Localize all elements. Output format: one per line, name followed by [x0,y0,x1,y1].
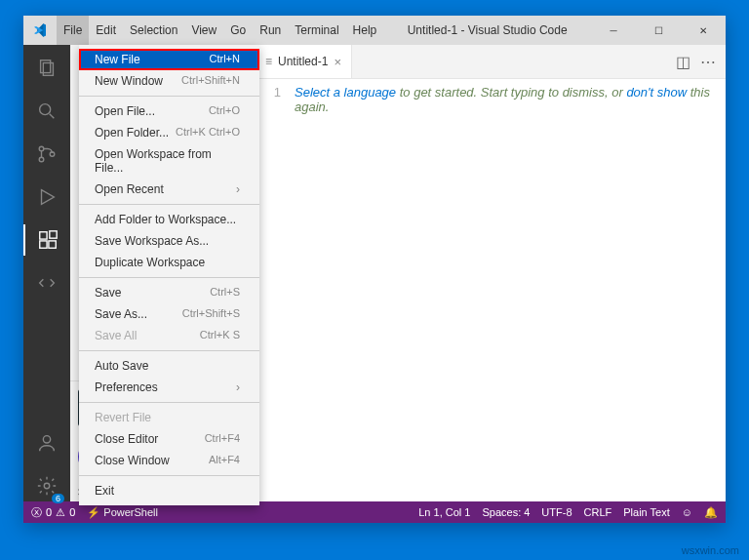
titlebar: FileEditSelectionViewGoRunTerminalHelp U… [23,16,726,45]
file-icon: ≡ [265,55,272,68]
svg-point-11 [44,483,50,489]
menu-item-open-folder[interactable]: Open Folder...Ctrl+K Ctrl+O [79,122,259,143]
split-editor-icon[interactable]: ◫ [676,53,690,71]
language-status[interactable]: Plain Text [623,506,670,519]
menu-selection[interactable]: Selection [123,16,184,45]
menu-item-open-file[interactable]: Open File...Ctrl+O [79,100,259,122]
svg-point-2 [40,104,51,115]
remote-icon[interactable] [23,267,70,299]
menu-item-save[interactable]: SaveCtrl+S [79,282,259,303]
menu-run[interactable]: Run [253,16,288,45]
menu-help[interactable]: Help [346,16,384,45]
menu-item-exit[interactable]: Exit [79,480,259,501]
svg-point-3 [39,146,44,151]
file-menu-dropdown: New FileCtrl+NNew WindowCtrl+Shift+NOpen… [79,45,259,505]
editor-link[interactable]: don't show [626,85,687,100]
editor-group: ≡ Untitled-1 × ◫ ⋯ 1 Select a language t… [256,45,726,501]
eol-status[interactable]: CRLF [584,506,612,519]
menu-item-close-window[interactable]: Close WindowAlt+F4 [79,450,259,471]
source-control-icon[interactable] [23,139,70,170]
vscode-logo-icon [23,22,57,38]
menu-edit[interactable]: Edit [89,16,123,45]
tabs-bar: ≡ Untitled-1 × ◫ ⋯ [256,45,726,79]
svg-rect-8 [49,241,56,248]
menu-item-revert-file: Revert File [79,407,259,428]
editor-link[interactable]: Select a language [295,85,396,100]
menu-item-new-file[interactable]: New FileCtrl+N [79,49,259,70]
menu-item-new-window[interactable]: New WindowCtrl+Shift+N [79,70,259,92]
indentation-status[interactable]: Spaces: 4 [482,506,530,519]
encoding-status[interactable]: UTF-8 [541,506,572,519]
menu-file[interactable]: File [57,16,89,45]
watermark: wsxwin.com [682,544,739,556]
editor[interactable]: 1 Select a language to get started. Star… [256,79,726,501]
svg-rect-6 [40,232,47,239]
problems-status[interactable]: ⓧ 0 ⚠ 0 [31,505,75,520]
line-number: 1 [274,85,281,100]
svg-rect-7 [40,241,47,248]
search-icon[interactable] [23,96,70,127]
svg-rect-9 [50,231,57,238]
extensions-icon[interactable] [23,224,70,256]
menu-item-preferences[interactable]: Preferences [79,377,259,398]
tab-label: Untitled-1 [278,55,328,68]
feedback-icon[interactable]: ☺ [682,506,692,519]
close-button[interactable]: ✕ [681,16,726,45]
minimize-button[interactable]: ─ [591,16,636,45]
editor-hint: to get started. Start typing to dismiss,… [396,85,626,100]
menu-item-close-editor[interactable]: Close EditorCtrl+F4 [79,428,259,450]
menu-item-duplicate-workspace[interactable]: Duplicate Workspace [79,252,259,273]
settings-badge: 6 [52,494,64,503]
menu-item-save-workspace-as[interactable]: Save Workspace As... [79,230,259,252]
menu-terminal[interactable]: Terminal [288,16,345,45]
settings-icon[interactable]: 6 [23,470,70,501]
window-controls: ─ ☐ ✕ [591,16,726,45]
menu-item-auto-save[interactable]: Auto Save [79,355,259,377]
window-title: Untitled-1 - Visual Studio Code [383,23,591,37]
svg-point-10 [43,436,50,443]
maximize-button[interactable]: ☐ [636,16,681,45]
notifications-icon[interactable]: 🔔 [704,506,718,519]
vscode-window: FileEditSelectionViewGoRunTerminalHelp U… [23,16,726,523]
menu-item-open-workspace-from-file[interactable]: Open Workspace from File... [79,143,259,179]
editor-tab[interactable]: ≡ Untitled-1 × [256,45,352,78]
menu-item-save-as[interactable]: Save As...Ctrl+Shift+S [79,303,259,325]
run-debug-icon[interactable] [23,181,70,213]
explorer-icon[interactable] [23,53,70,84]
cursor-position[interactable]: Ln 1, Col 1 [418,506,470,519]
svg-rect-1 [43,63,53,76]
menu-item-save-all: Save AllCtrl+K S [79,325,259,346]
accounts-icon[interactable] [23,427,70,459]
menu-view[interactable]: View [184,16,223,45]
menu-item-add-folder-to-workspace[interactable]: Add Folder to Workspace... [79,209,259,230]
svg-point-4 [39,157,44,162]
close-tab-icon[interactable]: × [334,55,341,69]
svg-rect-0 [41,60,51,73]
menu-go[interactable]: Go [223,16,253,45]
more-actions-icon[interactable]: ⋯ [700,53,716,71]
activitybar: 6 [23,45,70,501]
menubar: FileEditSelectionViewGoRunTerminalHelp [57,16,383,45]
terminal-status[interactable]: ⚡ PowerShell [87,506,158,519]
menu-item-open-recent[interactable]: Open Recent [79,179,259,200]
